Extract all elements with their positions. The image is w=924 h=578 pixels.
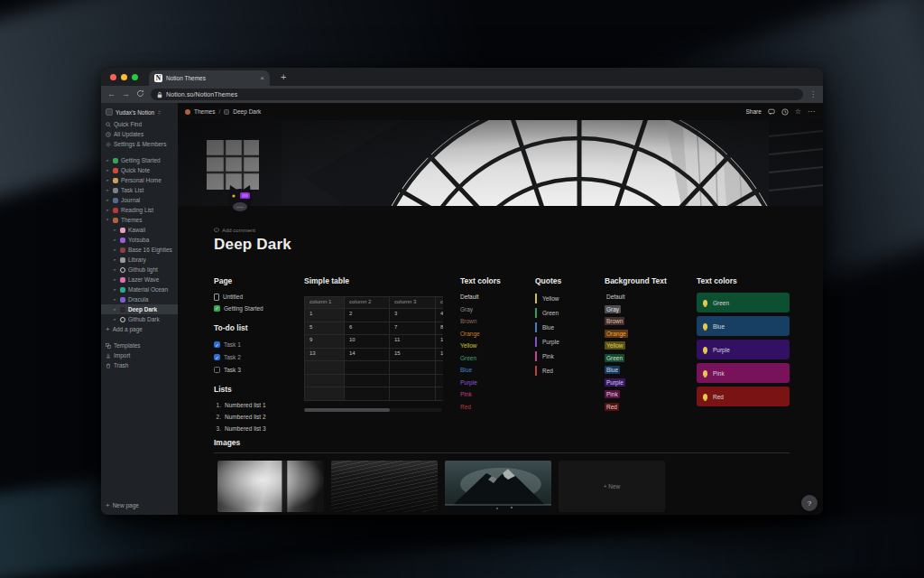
table-cell[interactable] bbox=[390, 387, 436, 401]
close-window-button[interactable] bbox=[110, 74, 116, 80]
workspace-switcher[interactable]: Yudax's Notion bbox=[101, 105, 178, 119]
back-icon[interactable]: ← bbox=[107, 90, 116, 98]
table-cell[interactable]: 9 bbox=[305, 335, 345, 349]
expand-arrow-icon[interactable]: ▸ bbox=[113, 317, 117, 322]
share-button[interactable]: Share bbox=[745, 108, 761, 115]
forward-icon[interactable]: → bbox=[122, 90, 130, 98]
gallery-image-dark-waves[interactable] bbox=[331, 461, 438, 512]
expand-arrow-icon[interactable]: ▸ bbox=[113, 247, 117, 252]
checkbox-icon[interactable]: ✓ bbox=[214, 341, 220, 348]
table-cell[interactable] bbox=[305, 387, 345, 401]
expand-arrow-icon[interactable]: ▸ bbox=[113, 238, 117, 242]
breadcrumb-current[interactable]: Deep Dark bbox=[233, 108, 261, 115]
table-header-cell[interactable]: column 2 bbox=[345, 297, 390, 309]
numbered-list-item[interactable]: 2. Numbered list 2 bbox=[214, 411, 300, 423]
gallery-new-button[interactable]: + New bbox=[559, 461, 665, 512]
table-cell[interactable]: 16 bbox=[436, 349, 443, 362]
sidebar-page-item[interactable]: ▸ Task List bbox=[101, 185, 178, 195]
table-cell[interactable] bbox=[436, 375, 443, 388]
table-cell[interactable] bbox=[305, 375, 345, 388]
todo-item[interactable]: ✓ Task 2 bbox=[214, 350, 300, 363]
sidebar-page-item[interactable]: ▸ Journal bbox=[101, 195, 178, 205]
table-header-cell[interactable]: column 4 bbox=[436, 297, 443, 309]
sidebar-page-item[interactable]: ▸ Base 16 Eighties bbox=[101, 245, 178, 255]
callout-block[interactable]: Pink bbox=[697, 363, 790, 383]
expand-arrow-icon[interactable]: ▸ bbox=[106, 158, 110, 163]
table-cell[interactable] bbox=[345, 361, 390, 375]
sidebar-page-item[interactable]: ▸ Getting Started bbox=[101, 155, 178, 165]
table-cell[interactable] bbox=[345, 375, 390, 388]
expand-arrow-icon[interactable]: ▸ bbox=[113, 277, 117, 282]
sidebar-page-item[interactable]: ▸ Reading List bbox=[101, 205, 178, 215]
table-cell[interactable]: 2 bbox=[345, 309, 390, 322]
add-a-page-button[interactable]: + Add a page bbox=[101, 324, 178, 334]
expand-arrow-icon[interactable]: ▸ bbox=[113, 287, 117, 292]
numbered-list-item[interactable]: 3. Numbered list 3 bbox=[214, 423, 300, 434]
sidebar-page-item[interactable]: ▸ Library bbox=[101, 255, 178, 265]
url-bar[interactable]: Notion.so/NotionThemes bbox=[151, 89, 803, 100]
table-cell[interactable]: 10 bbox=[345, 335, 390, 349]
zoom-window-button[interactable] bbox=[132, 74, 138, 80]
minimize-window-button[interactable] bbox=[121, 74, 127, 80]
table-cell[interactable]: 13 bbox=[305, 349, 345, 362]
table-cell[interactable] bbox=[305, 361, 345, 375]
favorite-star-icon[interactable]: ☆ bbox=[795, 107, 801, 116]
table-cell[interactable] bbox=[345, 387, 390, 401]
sidebar-item-all-updates[interactable]: All Updates bbox=[101, 129, 178, 139]
sidebar-item-trash[interactable]: Trash bbox=[101, 360, 178, 370]
table-cell[interactable]: 3 bbox=[390, 309, 436, 322]
browser-menu-icon[interactable]: ⋮ bbox=[809, 90, 817, 98]
more-options-icon[interactable]: ⋯ bbox=[808, 107, 816, 116]
callout-block[interactable]: Red bbox=[697, 387, 790, 406]
sidebar-page-item[interactable]: ▸ Quick Note bbox=[101, 165, 178, 175]
table-cell[interactable]: 6 bbox=[345, 322, 390, 336]
table-cell[interactable]: 7 bbox=[390, 322, 436, 336]
page-link-getting-started[interactable]: ✓ Getting Started bbox=[214, 303, 300, 314]
sidebar-page-item[interactable]: ▸ Deep Dark bbox=[101, 304, 178, 314]
table-cell[interactable]: 4 bbox=[436, 309, 443, 322]
sidebar-page-item[interactable]: ▸ Themes bbox=[101, 215, 178, 225]
expand-arrow-icon[interactable]: ▸ bbox=[113, 257, 117, 262]
table-cell[interactable]: 1 bbox=[305, 309, 345, 322]
table-header-cell[interactable]: column 1 bbox=[305, 297, 345, 309]
table-cell[interactable]: 15 bbox=[390, 349, 436, 362]
scrollbar-thumb[interactable] bbox=[304, 408, 390, 412]
new-tab-button[interactable]: + bbox=[281, 72, 286, 81]
expand-arrow-icon[interactable]: ▸ bbox=[113, 228, 117, 232]
expand-arrow-icon[interactable]: ▸ bbox=[106, 168, 110, 172]
simple-table[interactable]: column 1 column 2 column 3 column 4 1 2 bbox=[304, 296, 443, 401]
gallery-image-foggy-forest[interactable] bbox=[217, 461, 324, 512]
callout-block[interactable]: Green bbox=[697, 293, 790, 312]
callout-block[interactable]: Blue bbox=[697, 316, 790, 336]
checkbox-icon[interactable]: ✓ bbox=[214, 367, 220, 373]
todo-item[interactable]: ✓ Task 3 bbox=[214, 363, 300, 376]
sidebar-item-quick-find[interactable]: Quick Find bbox=[101, 119, 178, 129]
expand-arrow-icon[interactable]: ▸ bbox=[106, 218, 110, 222]
table-cell[interactable]: 5 bbox=[305, 322, 345, 336]
checkbox-icon[interactable]: ✓ bbox=[214, 354, 220, 360]
expand-arrow-icon[interactable]: ▸ bbox=[106, 188, 110, 192]
gallery-image-mountain-lake[interactable] bbox=[445, 461, 551, 512]
expand-arrow-icon[interactable]: ▸ bbox=[106, 198, 110, 202]
numbered-list-item[interactable]: 1. Numbered list 1 bbox=[214, 399, 300, 411]
sidebar-item-settings[interactable]: Settings & Members bbox=[101, 139, 178, 149]
table-cell[interactable]: 11 bbox=[390, 335, 436, 349]
deep-dark-cat-page-icon[interactable] bbox=[226, 183, 254, 212]
sidebar-page-item[interactable]: ▸ Personal Home bbox=[101, 175, 178, 185]
expand-arrow-icon[interactable]: ▸ bbox=[113, 307, 117, 312]
sidebar-page-item[interactable]: ▸ Kawaii bbox=[101, 225, 178, 235]
add-comment-button[interactable]: Add comment bbox=[214, 228, 255, 233]
new-page-button[interactable]: + New page bbox=[101, 500, 178, 510]
table-cell[interactable] bbox=[436, 361, 443, 375]
table-header-cell[interactable]: column 3 bbox=[390, 297, 436, 309]
help-button[interactable]: ? bbox=[801, 495, 818, 511]
table-cell[interactable] bbox=[436, 387, 443, 401]
todo-item[interactable]: ✓ Task 1 bbox=[214, 338, 300, 350]
callout-block[interactable]: Purple bbox=[697, 340, 790, 359]
sidebar-page-item[interactable]: ▸ Lazer Wave bbox=[101, 275, 178, 284]
expand-arrow-icon[interactable]: ▸ bbox=[106, 208, 110, 212]
updates-clock-icon[interactable] bbox=[781, 108, 789, 116]
table-cell[interactable] bbox=[390, 375, 436, 388]
expand-arrow-icon[interactable]: ▸ bbox=[113, 297, 117, 302]
table-cell[interactable]: 12 bbox=[436, 335, 443, 349]
